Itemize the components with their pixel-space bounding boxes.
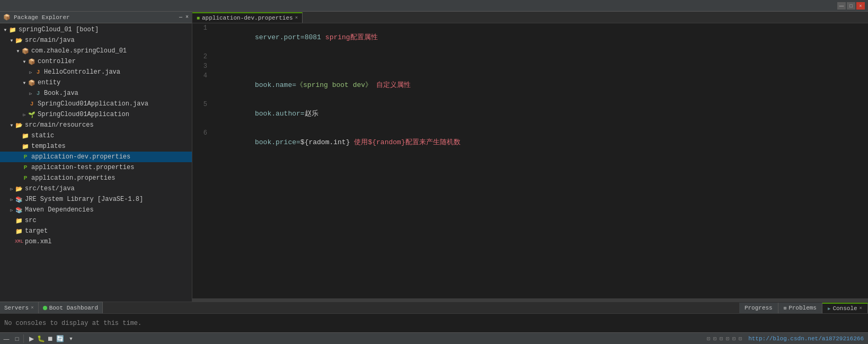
code-annotation-custom: 自定义属性 <box>376 81 411 89</box>
tree-item-app-test-properties[interactable]: P application-test.properties <box>0 162 192 173</box>
console-tab[interactable]: ▶ Console × <box>822 303 868 313</box>
restore-button[interactable]: □ <box>847 2 855 10</box>
tree-label: SpringCloud01Application.java <box>38 100 148 108</box>
debug-button[interactable]: 🐛 <box>37 334 45 343</box>
tree-item-maven-deps[interactable]: ▷ 📚 Maven Dependencies <box>0 205 192 215</box>
tree-label: application-test.properties <box>31 164 134 171</box>
start-button[interactable]: ▶ <box>27 334 36 343</box>
tree-item-book-java[interactable]: ▷ J Book.java <box>0 88 192 99</box>
tree-item-pom-xml[interactable]: XML pom.xml <box>0 236 192 247</box>
boot-dashboard-label: Boot Dashboard <box>49 305 98 311</box>
progress-tab[interactable]: Progress <box>739 303 778 313</box>
tree-label: templates <box>31 143 66 150</box>
folder-icon: 📁 <box>21 131 30 140</box>
xml-file-icon: XML <box>15 237 23 246</box>
tree-item-templates[interactable]: 📁 templates <box>0 141 192 152</box>
bottom-tabs-bar: Servers × Boot Dashboard Progress ⊞ Prob… <box>0 302 868 313</box>
tree-item-target[interactable]: 📁 target <box>0 226 192 236</box>
bottom-section: Servers × Boot Dashboard Progress ⊞ Prob… <box>0 302 868 344</box>
package-explorer-tree: ▼ 📁 springCloud_01 [boot] ▼ 📂 src/main/j… <box>0 23 192 302</box>
console-message: No consoles to display at this time. <box>4 320 141 327</box>
code-line-2: 2 <box>192 52 868 61</box>
code-value: 《spring boot dev》 <box>296 81 372 89</box>
dropdown-arrow-btn[interactable]: ▼ <box>67 334 75 343</box>
editor-tab-app-dev-properties[interactable]: ■ application-dev.properties × <box>192 12 303 23</box>
stop-button[interactable]: ⏹ <box>46 334 55 343</box>
src-folder-icon: 📂 <box>15 36 23 45</box>
tree-label: com.zhaole.springCloud_01 <box>31 47 127 55</box>
tree-item-static[interactable]: 📁 static <box>0 130 192 141</box>
folder-icon: 📁 <box>21 142 30 151</box>
problems-icon: ⊞ <box>784 305 786 311</box>
project-icon: 📁 <box>8 25 17 34</box>
line-content: book.author=赵乐 <box>211 100 868 128</box>
servers-close-icon[interactable]: × <box>31 305 33 311</box>
tree-label: HelloController.java <box>44 68 120 76</box>
progress-label: Progress <box>745 305 773 311</box>
tree-label: SpringCloud01Application <box>38 111 129 118</box>
tree-label: src/main/java <box>25 37 75 44</box>
sidebar-minimize-icon[interactable]: — <box>179 14 182 20</box>
tree-item-src-main-java[interactable]: ▼ 📂 src/main/java <box>0 35 192 46</box>
tree-label: src <box>25 217 37 224</box>
servers-tab[interactable]: Servers × <box>0 302 39 313</box>
tree-item-app-properties[interactable]: P application.properties <box>0 173 192 183</box>
sidebar-panel: 📦 Package Explorer — × ▼ 📁 springCloud_0… <box>0 12 192 302</box>
code-editor[interactable]: 1 server.port=8081spring配置属性 2 3 4 book.… <box>192 23 868 298</box>
code-key: book.price= <box>255 138 300 146</box>
close-button[interactable]: × <box>856 2 865 10</box>
folder-icon: 📁 <box>15 216 23 225</box>
tree-item-src[interactable]: 📁 src <box>0 215 192 226</box>
code-key: book.author= <box>255 110 305 118</box>
line-number: 6 <box>192 128 211 138</box>
line-number: 3 <box>192 61 211 71</box>
sidebar-header: 📦 Package Explorer — × <box>0 12 192 23</box>
editor-tabs: ■ application-dev.properties × <box>192 12 868 23</box>
tree-item-springcloud01[interactable]: ▼ 📁 springCloud_01 [boot] <box>0 24 192 35</box>
tree-item-app-dev-properties[interactable]: P application-dev.properties <box>0 152 192 162</box>
tree-item-jre-library[interactable]: ▷ 📚 JRE System Library [JavaSE-1.8] <box>0 194 192 205</box>
tree-label: target <box>25 227 48 235</box>
line-content <box>211 61 868 71</box>
java-file-icon: J <box>28 100 36 108</box>
tree-item-src-main-resources[interactable]: ▼ 📂 src/main/resources <box>0 120 192 130</box>
code-line-1: 1 server.port=8081spring配置属性 <box>192 23 868 52</box>
toolbar-maximize-btn[interactable]: □ <box>13 334 21 343</box>
refresh-button[interactable]: 🔄 <box>56 334 64 343</box>
tree-item-src-test-java[interactable]: ▷ 📂 src/test/java <box>0 183 192 194</box>
code-line-5: 5 book.author=赵乐 <box>192 100 868 128</box>
arrow-icon <box>15 175 21 181</box>
arrow-icon: ▷ <box>8 196 15 202</box>
toolbar-minimize-btn[interactable]: — <box>2 334 11 343</box>
arrow-icon: ▷ <box>28 69 34 75</box>
java-file-icon: J <box>34 89 42 98</box>
code-value: 赵乐 <box>305 110 318 118</box>
sidebar-close-icon[interactable]: × <box>185 14 189 20</box>
tree-label: src/main/resources <box>25 121 94 129</box>
playback-controls: ▶ 🐛 ⏹ 🔄 <box>24 334 67 343</box>
problems-tab[interactable]: ⊞ Problems <box>778 303 822 313</box>
tree-item-hello-controller[interactable]: ▷ J HelloController.java <box>0 67 192 77</box>
package-icon: 📦 <box>28 57 36 66</box>
console-close-icon[interactable]: × <box>860 306 862 311</box>
tree-label: application-dev.properties <box>31 153 130 161</box>
minimize-button[interactable]: — <box>837 2 846 10</box>
tree-item-springcloud-app-run[interactable]: ▷ 🌱 SpringCloud01Application <box>0 109 192 120</box>
arrow-icon: ▼ <box>21 80 28 86</box>
properties-icon: P <box>21 163 30 172</box>
boot-dashboard-tab[interactable]: Boot Dashboard <box>39 302 103 313</box>
tree-label: JRE System Library [JavaSE-1.8] <box>25 196 143 203</box>
problems-label: Problems <box>789 305 817 311</box>
arrow-icon: ▷ <box>28 90 34 96</box>
tab-close-icon[interactable]: × <box>295 15 298 21</box>
tree-item-controller[interactable]: ▼ 📦 controller <box>0 56 192 67</box>
tree-item-entity[interactable]: ▼ 📦 entity <box>0 77 192 88</box>
editor-area: ■ application-dev.properties × 1 server.… <box>192 12 868 302</box>
tree-item-springcloud-app-java[interactable]: J SpringCloud01Application.java <box>0 99 192 109</box>
spring-icon: 🌱 <box>28 110 36 119</box>
tab-file-icon: ■ <box>197 15 200 21</box>
tree-item-package-root[interactable]: ▼ 📦 com.zhaole.springCloud_01 <box>0 46 192 56</box>
console-content: No consoles to display at this time. <box>0 313 868 332</box>
line-content <box>211 52 868 61</box>
console-label: Console <box>832 305 857 312</box>
